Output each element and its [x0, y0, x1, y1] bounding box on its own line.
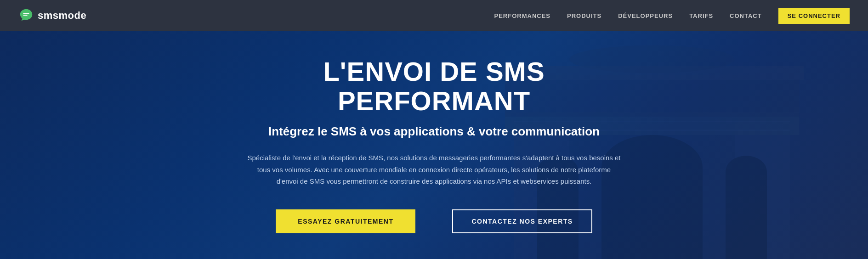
logo-link[interactable]: smsmode: [18, 8, 86, 23]
try-free-button[interactable]: ESSAYEZ GRATUITEMENT: [276, 209, 415, 233]
nav-performances[interactable]: PERFORMANCES: [494, 12, 551, 19]
hero-description: Spécialiste de l'envoi et la réception d…: [246, 152, 623, 187]
hero-section: L'ENVOI DE SMS PERFORMANT Intégrez le SM…: [0, 31, 868, 259]
nav-produits[interactable]: PRODUITS: [567, 12, 601, 19]
hero-title: L'ENVOI DE SMS PERFORMANT: [246, 57, 623, 116]
logo-icon: [18, 8, 34, 23]
logo-text: smsmode: [38, 10, 86, 22]
hero-subtitle: Intégrez le SMS à vos applications & vot…: [246, 124, 623, 140]
nav-developpeurs[interactable]: DÉVELOPPEURS: [618, 12, 673, 19]
navbar: smsmode PERFORMANCES PRODUITS DÉVELOPPEU…: [0, 0, 868, 31]
nav-links: PERFORMANCES PRODUITS DÉVELOPPEURS TARIF…: [494, 8, 850, 24]
svg-point-14: [726, 156, 767, 188]
nav-contact[interactable]: CONTACT: [730, 12, 762, 19]
contact-experts-button[interactable]: CONTACTEZ NOS EXPERTS: [452, 209, 592, 233]
hero-content: L'ENVOI DE SMS PERFORMANT Intégrez le SM…: [227, 57, 641, 233]
nav-tarifs[interactable]: TARIFS: [689, 12, 713, 19]
connect-button[interactable]: SE CONNECTER: [778, 8, 850, 24]
hero-buttons: ESSAYEZ GRATUITEMENT CONTACTEZ NOS EXPER…: [246, 209, 623, 233]
